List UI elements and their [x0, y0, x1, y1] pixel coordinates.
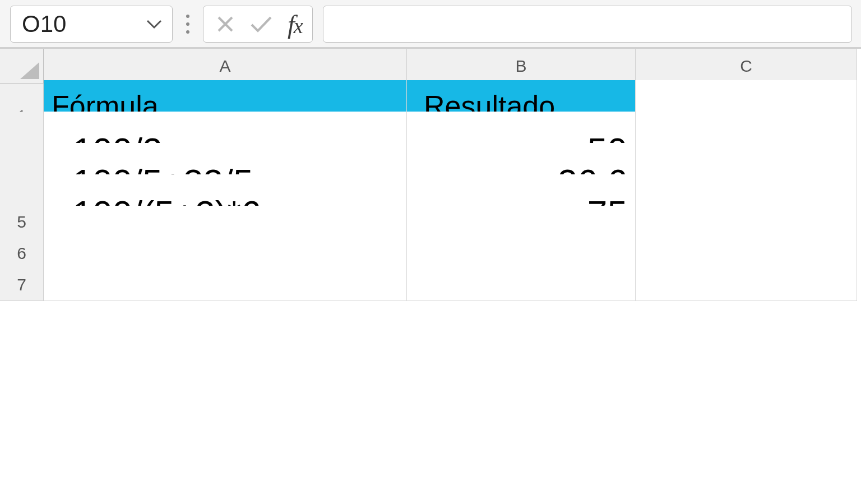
confirm-icon[interactable]	[249, 15, 273, 34]
cell-B6[interactable]	[407, 237, 636, 270]
col-header-B[interactable]: B	[407, 49, 636, 84]
name-box[interactable]: O10	[10, 6, 173, 43]
col-header-C[interactable]: C	[636, 49, 857, 84]
chevron-down-icon[interactable]	[146, 19, 162, 29]
cancel-icon[interactable]	[216, 15, 235, 34]
formula-bar: O10 fx	[0, 0, 861, 49]
cell-C6[interactable]	[636, 237, 857, 270]
spreadsheet-grid: A B C 1 Fórmula Resultado 2 =100/2 50 3 …	[0, 49, 861, 300]
cell-C5[interactable]	[636, 206, 857, 238]
formula-controls: fx	[203, 6, 313, 43]
select-all-corner[interactable]	[0, 49, 44, 84]
cell-A6[interactable]	[44, 237, 407, 270]
cell-B7[interactable]	[407, 269, 636, 301]
col-header-A[interactable]: A	[44, 49, 407, 84]
row-header-6[interactable]: 6	[0, 237, 44, 270]
cell-C7[interactable]	[636, 269, 857, 301]
row-header-7[interactable]: 7	[0, 269, 44, 301]
cell-B5[interactable]	[407, 206, 636, 238]
name-box-value: O10	[22, 11, 66, 38]
separator-icon	[183, 15, 193, 34]
fx-icon[interactable]: fx	[288, 10, 302, 39]
cell-A7[interactable]	[44, 269, 407, 301]
cell-A5[interactable]	[44, 206, 407, 238]
formula-input[interactable]	[323, 6, 852, 43]
row-header-5[interactable]: 5	[0, 206, 44, 238]
